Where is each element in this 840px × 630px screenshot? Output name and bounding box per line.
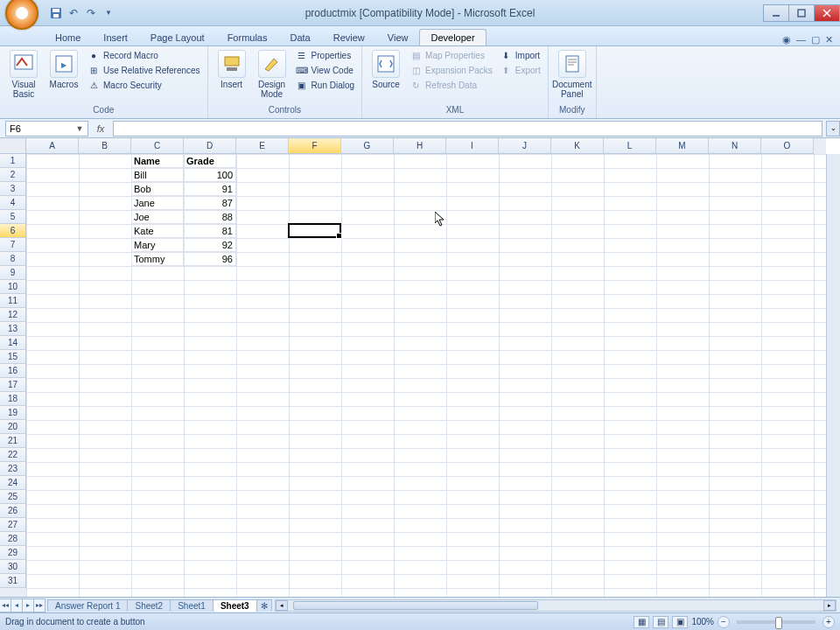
row-header[interactable]: 19: [0, 406, 26, 420]
hscroll-left-icon[interactable]: ◂: [276, 600, 288, 611]
cell[interactable]: Jane: [131, 196, 184, 210]
formula-bar[interactable]: [113, 121, 822, 136]
row-header[interactable]: 30: [0, 560, 26, 574]
zoom-level[interactable]: 100%: [691, 617, 714, 626]
cell[interactable]: Mary: [131, 238, 184, 252]
sheet-tab[interactable]: Answer Report 1: [47, 599, 128, 612]
name-box[interactable]: F6▼: [5, 121, 88, 136]
design-mode-button[interactable]: Design Mode: [254, 48, 290, 101]
restore-workbook-icon[interactable]: ▢: [811, 34, 820, 46]
row-header[interactable]: 3: [0, 182, 26, 196]
page-break-view-button[interactable]: ▣: [672, 616, 688, 628]
visual-basic-button[interactable]: Visual Basic: [5, 48, 42, 101]
row-header[interactable]: 8: [0, 252, 26, 266]
sheet-tab[interactable]: Sheet2: [127, 599, 171, 612]
row-header[interactable]: 25: [0, 490, 26, 504]
use-relative-refs-button[interactable]: ⊞Use Relative References: [86, 63, 202, 77]
row-header[interactable]: 24: [0, 476, 26, 490]
row-header[interactable]: 13: [0, 322, 26, 336]
tab-developer[interactable]: Developer: [419, 29, 486, 46]
sheet-next-button[interactable]: ▸: [22, 598, 34, 612]
save-icon[interactable]: [49, 6, 63, 20]
column-header[interactable]: O: [761, 138, 814, 154]
row-header[interactable]: 18: [0, 392, 26, 406]
column-header[interactable]: A: [26, 138, 79, 154]
ribbon-min-icon[interactable]: —: [796, 34, 806, 46]
properties-button[interactable]: ☰Properties: [294, 48, 356, 62]
page-layout-view-button[interactable]: ▤: [653, 616, 668, 628]
macros-button[interactable]: ▶Macros: [46, 48, 82, 91]
document-panel-button[interactable]: Document Panel: [554, 48, 591, 101]
cell[interactable]: Grade: [184, 154, 236, 168]
macro-security-button[interactable]: ⚠Macro Security: [86, 78, 202, 92]
insert-control-button[interactable]: Insert: [214, 48, 250, 91]
zoom-out-button[interactable]: −: [718, 616, 730, 628]
horizontal-scrollbar[interactable]: ◂ ▸: [275, 599, 836, 612]
undo-icon[interactable]: ↶: [66, 6, 80, 20]
column-header[interactable]: L: [604, 138, 656, 154]
column-header[interactable]: N: [709, 138, 761, 154]
source-button[interactable]: Source: [368, 48, 404, 91]
cell[interactable]: 81: [184, 224, 236, 238]
tab-insert[interactable]: Insert: [92, 29, 139, 46]
tab-review[interactable]: Review: [322, 29, 376, 46]
row-header[interactable]: 28: [0, 532, 26, 546]
row-header[interactable]: 16: [0, 364, 26, 378]
column-header[interactable]: H: [394, 138, 446, 154]
cell[interactable]: 91: [184, 182, 236, 196]
row-header[interactable]: 22: [0, 448, 26, 462]
hscroll-thumb[interactable]: [293, 601, 538, 610]
cell[interactable]: Kate: [131, 224, 184, 238]
view-code-button[interactable]: ⌨View Code: [294, 63, 356, 77]
vertical-scrollbar[interactable]: [826, 154, 840, 597]
cell[interactable]: 96: [184, 252, 236, 266]
row-header[interactable]: 11: [0, 294, 26, 308]
column-header[interactable]: J: [499, 138, 551, 154]
column-header[interactable]: M: [656, 138, 709, 154]
tab-formulas[interactable]: Formulas: [216, 29, 279, 46]
cell[interactable]: 100: [184, 168, 236, 182]
row-header[interactable]: 23: [0, 462, 26, 476]
close-workbook-icon[interactable]: ✕: [825, 34, 833, 46]
sheet-last-button[interactable]: ▸▸: [33, 598, 46, 612]
sheet-prev-button[interactable]: ◂: [10, 598, 23, 612]
column-header[interactable]: G: [341, 138, 394, 154]
run-dialog-button[interactable]: ▣Run Dialog: [294, 78, 356, 92]
import-button[interactable]: ⬇Import: [498, 48, 542, 62]
fx-button[interactable]: fx: [92, 123, 109, 134]
cell[interactable]: Bill: [131, 168, 184, 182]
row-header[interactable]: 31: [0, 574, 26, 588]
row-header[interactable]: 20: [0, 420, 26, 434]
row-header[interactable]: 9: [0, 266, 26, 280]
cell[interactable]: 88: [184, 210, 236, 224]
row-header[interactable]: 6: [0, 224, 26, 238]
tab-data[interactable]: Data: [278, 29, 321, 46]
qat-dropdown-icon[interactable]: ▼: [102, 6, 116, 20]
tab-page-layout[interactable]: Page Layout: [139, 29, 216, 46]
cell[interactable]: 92: [184, 238, 236, 252]
tab-home[interactable]: Home: [44, 29, 92, 46]
row-header[interactable]: 29: [0, 546, 26, 560]
column-header[interactable]: I: [446, 138, 499, 154]
insert-sheet-button[interactable]: ✻: [256, 599, 272, 612]
help-icon[interactable]: ◉: [782, 34, 791, 46]
column-header[interactable]: E: [236, 138, 289, 154]
column-header[interactable]: B: [79, 138, 131, 154]
column-header[interactable]: K: [551, 138, 604, 154]
cell[interactable]: Tommy: [131, 252, 184, 266]
record-macro-button[interactable]: ●Record Macro: [86, 48, 202, 62]
column-header[interactable]: D: [184, 138, 236, 154]
row-header[interactable]: 12: [0, 308, 26, 322]
cell[interactable]: Name: [131, 154, 184, 168]
minimize-button[interactable]: [763, 4, 789, 22]
normal-view-button[interactable]: ▦: [634, 616, 649, 628]
sheet-tab[interactable]: Sheet3: [213, 599, 257, 612]
sheet-tab[interactable]: Sheet1: [170, 599, 214, 612]
maximize-button[interactable]: [788, 4, 815, 22]
column-header[interactable]: C: [131, 138, 184, 154]
office-button[interactable]: [5, 0, 38, 30]
close-button[interactable]: [814, 4, 840, 22]
namebox-dropdown-icon[interactable]: ▼: [74, 124, 86, 133]
cell[interactable]: Bob: [131, 182, 184, 196]
hscroll-right-icon[interactable]: ▸: [823, 600, 836, 611]
